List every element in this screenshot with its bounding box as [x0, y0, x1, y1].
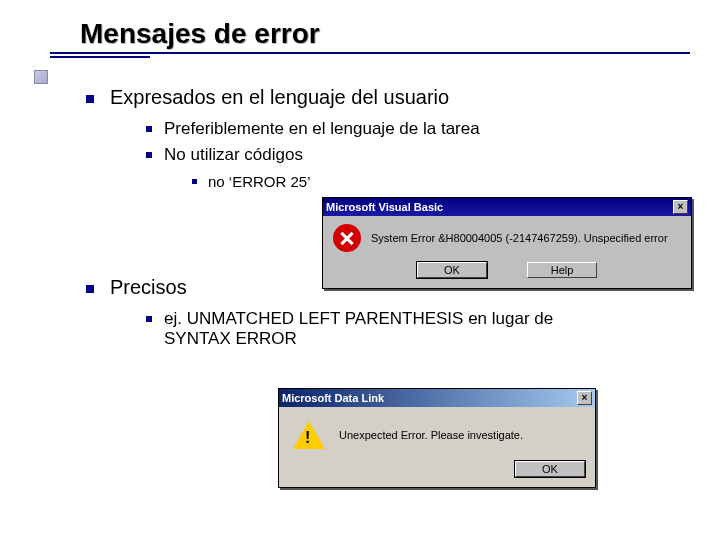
dialog-title: Microsoft Visual Basic: [326, 201, 443, 213]
close-button[interactable]: ×: [577, 391, 592, 405]
title-rule: [50, 52, 690, 56]
dialog-visual-basic: Microsoft Visual Basic × System Error &H…: [322, 197, 692, 289]
dialog-titlebar: Microsoft Visual Basic ×: [323, 198, 691, 216]
slide-title: Mensajes de error: [80, 18, 690, 50]
subbullet-task-language: Preferiblemente en el lenguaje de la tar…: [146, 119, 690, 139]
dialog-titlebar: Microsoft Data Link ×: [279, 389, 595, 407]
close-button[interactable]: ×: [673, 200, 688, 214]
subbullet-no-codes: No utilizar códigos no ‘ERROR 25’: [146, 145, 690, 190]
error-icon: [333, 224, 361, 252]
dialog-message: System Error &H80004005 (-2147467259). U…: [371, 232, 668, 244]
dialog-message: Unexpected Error. Please investigate.: [339, 429, 523, 441]
ok-button[interactable]: OK: [515, 461, 585, 477]
dialog-title: Microsoft Data Link: [282, 392, 384, 404]
subbullet-example-unmatched: ej. UNMATCHED LEFT PARENTHESIS en lugar …: [146, 309, 606, 349]
bullet-text: Precisos: [110, 276, 187, 298]
decor-square-icon: [34, 70, 48, 84]
ok-button[interactable]: OK: [417, 262, 487, 278]
warning-icon: [293, 421, 325, 449]
subbullet-text: No utilizar códigos: [164, 145, 303, 164]
dialog-data-link: Microsoft Data Link × Unexpected Error. …: [278, 388, 596, 488]
subsubbullet-error25: no ‘ERROR 25’: [192, 173, 690, 190]
bullet-text: Expresados en el lenguaje del usuario: [110, 86, 449, 108]
bullet-user-language: Expresados en el lenguaje del usuario Pr…: [86, 86, 690, 190]
help-button[interactable]: Help: [527, 262, 597, 278]
